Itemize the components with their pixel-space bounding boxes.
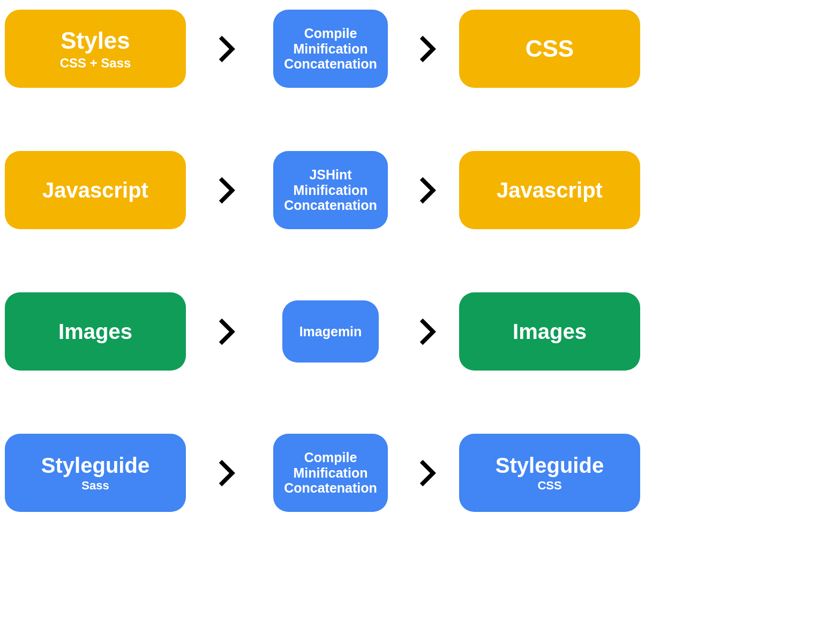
arrow-icon (186, 317, 266, 346)
process-wrap: JSHint Minification Concatenation (266, 151, 395, 229)
input-title: Images (58, 319, 132, 344)
input-title: Javascript (42, 178, 148, 202)
input-box-images: Images (5, 292, 186, 371)
process-line: Concatenation (284, 198, 377, 213)
arrow-icon (186, 458, 266, 488)
input-subtitle: CSS + Sass (60, 56, 131, 71)
output-box-styleguide: Styleguide CSS (459, 434, 640, 512)
process-line: Minification (294, 183, 368, 198)
process-wrap: Imagemin (266, 300, 395, 363)
input-title: Styleguide (41, 453, 149, 478)
input-title: Styles (61, 27, 130, 55)
output-title: Javascript (497, 178, 603, 202)
input-box-javascript: Javascript (5, 151, 186, 229)
process-wrap: Compile Minification Concatenation (266, 10, 395, 88)
output-title: Images (513, 319, 587, 344)
output-title: Styleguide (496, 453, 604, 478)
process-line: Compile (304, 26, 357, 41)
arrow-icon (395, 317, 459, 346)
arrow-icon (395, 458, 459, 488)
arrow-icon (186, 34, 266, 64)
process-line: JSHint (309, 167, 351, 183)
output-box-css: CSS (459, 10, 640, 88)
process-box-images: Imagemin (282, 300, 379, 363)
process-line: Imagemin (299, 324, 362, 339)
input-box-styles: Styles CSS + Sass (5, 10, 186, 88)
process-wrap: Compile Minification Concatenation (266, 434, 395, 512)
output-title: CSS (526, 35, 574, 63)
pipeline-row-styleguide: Styleguide Sass Compile Minification Con… (5, 434, 681, 512)
process-box-styleguide: Compile Minification Concatenation (273, 434, 388, 512)
process-line: Concatenation (284, 56, 377, 72)
process-box-styles: Compile Minification Concatenation (273, 10, 388, 88)
process-line: Minification (294, 465, 368, 481)
output-box-javascript: Javascript (459, 151, 640, 229)
process-line: Minification (294, 41, 368, 57)
input-box-styleguide: Styleguide Sass (5, 434, 186, 512)
output-subtitle: CSS (537, 479, 561, 492)
pipeline-row-images: Images Imagemin Images (5, 292, 681, 371)
process-line: Compile (304, 450, 357, 465)
pipeline-diagram: Styles CSS + Sass Compile Minification C… (0, 0, 686, 522)
arrow-icon (186, 176, 266, 205)
process-box-javascript: JSHint Minification Concatenation (273, 151, 388, 229)
arrow-icon (395, 176, 459, 205)
input-subtitle: Sass (81, 479, 109, 492)
pipeline-row-styles: Styles CSS + Sass Compile Minification C… (5, 10, 681, 88)
pipeline-row-javascript: Javascript JSHint Minification Concatena… (5, 151, 681, 229)
output-box-images: Images (459, 292, 640, 371)
arrow-icon (395, 34, 459, 64)
process-line: Concatenation (284, 480, 377, 496)
